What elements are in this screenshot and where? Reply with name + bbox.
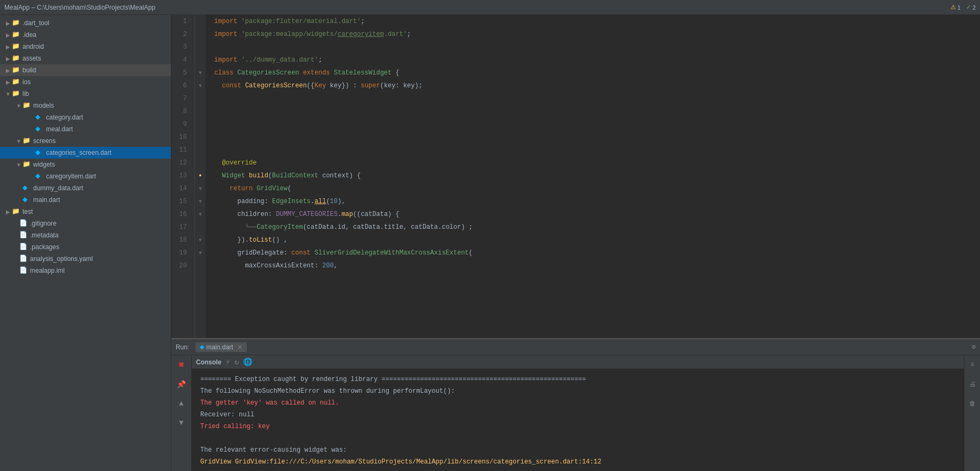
- code-line-5: class CategoriesScreen extends Stateless…: [214, 66, 980, 79]
- editor-area: 12345 678910 1112131415 1617181920 ▼ ▼ ●: [171, 15, 980, 471]
- code-line-12: @override: [214, 156, 980, 169]
- top-bar: MealApp – C:\Users\moham\StudioProjects\…: [0, 0, 980, 15]
- folder-icon: 📁: [12, 89, 20, 98]
- folder-icon: 📁: [22, 160, 31, 169]
- chevron-down-icon: ▼: [15, 161, 22, 168]
- dart-file-icon: ◆: [35, 148, 44, 157]
- warning-icon: ⚠: [951, 4, 956, 11]
- sidebar-item-label: assets: [22, 55, 41, 62]
- sidebar-item-label: mealapp.iml: [30, 267, 65, 274]
- output-line-1: ======== Exception caught by rendering l…: [200, 373, 955, 385]
- ok-icon: ✓: [966, 4, 971, 11]
- code-line-16: children: DUMMY_CATEGORIES.map((catData)…: [214, 208, 980, 221]
- code-line-10: [214, 131, 980, 144]
- pin-button[interactable]: 📌: [174, 377, 189, 392]
- run-panel: Run: ◆ main.dart ✕ ⚙ ■ 📌 ▲ ▼: [171, 338, 980, 471]
- chevron-down-icon: ▼: [15, 102, 22, 109]
- trash-icon[interactable]: 🗑: [965, 396, 980, 411]
- code-line-6: const CategoriesScreen({Key key}) : supe…: [214, 79, 980, 92]
- sidebar-item-assets[interactable]: ▶ 📁 assets: [0, 53, 171, 64]
- chevron-down-icon: ▼: [15, 137, 22, 145]
- code-editor[interactable]: 12345 678910 1112131415 1617181920 ▼ ▼ ●: [171, 15, 980, 338]
- sidebar-item-idea[interactable]: ▶ 📁 .idea: [0, 29, 171, 41]
- folder-icon: 📁: [12, 207, 20, 216]
- sidebar-item-label: .dart_tool: [22, 19, 49, 27]
- sidebar-item-label: dummy_data.dart: [33, 184, 83, 192]
- sidebar-item-caregoryitem[interactable]: ▶ ◆ caregoryitem.dart: [0, 170, 171, 182]
- ok-count: ✓ 2: [966, 4, 976, 11]
- code-line-2: import 'package:mealapp/widgets/caregory…: [214, 28, 980, 41]
- output-line-2: The following NoSuchMethodError was thro…: [200, 385, 955, 397]
- sidebar-item-screens[interactable]: ▼ 📁 screens: [0, 135, 171, 147]
- sidebar-item-label: categories_screen.dart: [46, 149, 111, 156]
- dart-file-icon: ◆: [35, 113, 44, 122]
- print-icon[interactable]: 🖨: [965, 377, 980, 392]
- console-output: ======== Exception caught by rendering l…: [192, 369, 964, 471]
- run-label: Run:: [176, 343, 189, 351]
- refresh-icon[interactable]: ↻: [235, 357, 239, 367]
- sidebar-item-analysis-options[interactable]: ▶ 📄 analysis_options.yaml: [0, 253, 171, 265]
- sidebar-item-packages[interactable]: ▶ 📄 .packages: [0, 241, 171, 253]
- run-tab-label: main.dart: [206, 343, 233, 351]
- warning-number: 1: [958, 4, 961, 11]
- console-toolbar: 📌 ▲ ▼: [174, 377, 189, 430]
- settings-icon[interactable]: ⚙: [972, 343, 976, 351]
- close-icon[interactable]: ✕: [237, 343, 243, 351]
- folder-icon: 📁: [12, 78, 20, 86]
- sidebar-item-ios[interactable]: ▶ 📁 ios: [0, 76, 171, 88]
- code-line-14: return GridView(: [214, 182, 980, 195]
- folder-icon: 📁: [12, 66, 20, 74]
- sidebar-item-main-dart[interactable]: ▶ ◆ main.dart: [0, 194, 171, 206]
- code-line-18: }).toList() ,: [214, 234, 980, 246]
- folder-icon: 📁: [12, 19, 20, 27]
- sidebar-item-dummy-data[interactable]: ▶ ◆ dummy_data.dart: [0, 182, 171, 194]
- output-line-4: Receiver: null: [200, 409, 955, 421]
- chevron-right-icon: ▶: [4, 55, 12, 62]
- scroll-up-button[interactable]: ▲: [174, 396, 189, 411]
- chevron-right-icon: ▶: [4, 43, 12, 50]
- warning-count: ⚠ 1: [951, 4, 961, 11]
- file-icon: 📄: [19, 231, 28, 240]
- sidebar-item-category-dart[interactable]: ▶ ◆ category.dart: [0, 111, 171, 123]
- code-line-7: [214, 92, 980, 105]
- code-content[interactable]: import 'package:flutter/material.dart'; …: [206, 15, 980, 338]
- sidebar-item-label: analysis_options.yaml: [30, 255, 93, 263]
- sidebar-item-android[interactable]: ▶ 📁 android: [0, 41, 171, 53]
- network-icon[interactable]: 🌐: [243, 357, 252, 367]
- output-line-3: The getter 'key' was called on null.: [200, 397, 955, 409]
- sidebar-item-meal-dart[interactable]: ▶ ◆ meal.dart: [0, 123, 171, 135]
- sidebar-item-widgets[interactable]: ▼ 📁 widgets: [0, 159, 171, 170]
- console-sub-toolbar: Console ⚡ ↻ 🌐: [192, 355, 964, 369]
- sidebar-item-gitignore[interactable]: ▶ 📄 .gitignore: [0, 218, 171, 229]
- filter-icon[interactable]: ≡: [965, 357, 980, 372]
- project-sidebar: ▶ 📁 .dart_tool ▶ 📁 .idea ▶ 📁 android ▶ 📁…: [0, 15, 171, 471]
- sidebar-item-models[interactable]: ▼ 📁 models: [0, 100, 171, 111]
- code-line-9: [214, 118, 980, 131]
- run-tab-bar: Run: ◆ main.dart ✕ ⚙: [171, 339, 980, 355]
- run-body: ■ 📌 ▲ ▼ Console ⚡ ↻ 🌐: [171, 355, 980, 471]
- console-output-area: Console ⚡ ↻ 🌐 ======== Exception caught …: [192, 355, 964, 471]
- sidebar-item-label: models: [33, 102, 54, 109]
- code-line-19: gridDelegate: const SliverGridDelegateWi…: [214, 246, 980, 259]
- sidebar-item-mealapp-iml[interactable]: ▶ 📄 mealapp.iml: [0, 265, 171, 276]
- sidebar-item-categories-screen[interactable]: ▶ ◆ categories_screen.dart: [0, 147, 171, 159]
- sidebar-item-lib[interactable]: ▼ 📁 lib: [0, 88, 171, 100]
- sidebar-item-label: screens: [33, 137, 56, 145]
- output-line-7: GridView GridView:file:///C:/Users/moham…: [200, 456, 955, 468]
- sidebar-item-build[interactable]: ▶ 📁 build: [0, 64, 171, 76]
- dart-file-icon: ◆: [22, 196, 31, 204]
- stop-button[interactable]: ■: [174, 357, 189, 372]
- lightning-icon[interactable]: ⚡: [225, 357, 230, 367]
- dart-file-icon: ◆: [35, 125, 44, 133]
- run-right-tools: ≡ 🖨 🗑: [964, 355, 980, 471]
- run-tab-main[interactable]: ◆ main.dart ✕: [195, 342, 247, 352]
- sidebar-item-label: .packages: [30, 243, 59, 251]
- sidebar-item-test[interactable]: ▶ 📁 test: [0, 206, 171, 218]
- sidebar-item-metadata[interactable]: ▶ 📄 .metadata: [0, 229, 171, 241]
- run-left-tools: ■ 📌 ▲ ▼: [171, 355, 192, 471]
- file-icon: 📄: [19, 255, 28, 263]
- file-icon: 📄: [19, 266, 28, 275]
- sidebar-item-label: ios: [22, 78, 31, 86]
- sidebar-item-dart-tool[interactable]: ▶ 📁 .dart_tool: [0, 17, 171, 29]
- scroll-down-button[interactable]: ▼: [174, 415, 189, 430]
